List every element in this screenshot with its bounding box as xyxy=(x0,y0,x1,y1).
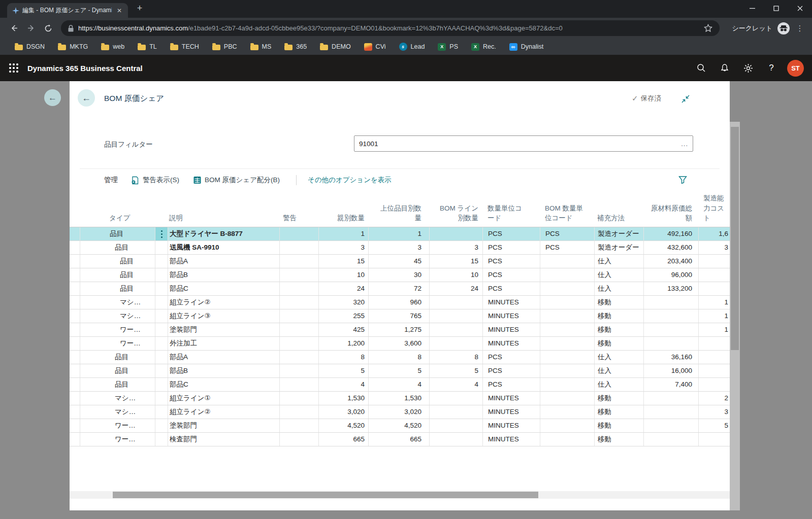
bookmark-star-icon[interactable] xyxy=(704,24,712,32)
bookmark-item[interactable]: X PS xyxy=(431,41,465,53)
browser-menu-icon[interactable]: ⋮ xyxy=(796,24,804,33)
bookmark-item[interactable]: ∞ Dynalist xyxy=(503,41,550,53)
bookmark-item[interactable]: web xyxy=(94,41,131,53)
header-replenishment[interactable]: 補充方法 xyxy=(594,213,643,227)
window-minimize-button[interactable] xyxy=(740,0,764,16)
url-host: https://businesscentral.dynamics.com xyxy=(78,24,188,32)
table-row[interactable]: 品目 大型ドライヤー B-8877 1 1 PCS PCS 製造オーダー 492… xyxy=(70,227,730,241)
forward-icon[interactable] xyxy=(24,21,38,36)
cell-material-cost-total: 203,400 xyxy=(643,255,698,268)
bookmark-item[interactable]: DEMO xyxy=(313,41,358,53)
table-row[interactable]: 品目 部品C 4 4 4 PCS 仕入 7,400 xyxy=(70,378,730,392)
vertical-scrollbar[interactable] xyxy=(730,122,740,510)
table-row[interactable]: マシンセンター 組立ライン② 3,020 3,020 MINUTES 移動 3 xyxy=(70,405,730,419)
distribute-cost-share-button[interactable]: BOM 原価シェア配分(B) xyxy=(193,176,280,185)
header-capacity-cost[interactable]: 製造能力コスト xyxy=(698,193,730,227)
cell-uom-code: MINUTES xyxy=(482,323,540,336)
cell-qty-per-bom-line xyxy=(429,433,482,446)
cell-material-cost-total xyxy=(643,323,698,336)
bookmark-item[interactable]: TECH xyxy=(164,41,206,53)
bookmark-label: CVi xyxy=(376,43,386,50)
table-row[interactable]: 品目 部品A 8 8 8 PCS 仕入 36,160 xyxy=(70,351,730,364)
collapse-icon[interactable] xyxy=(681,94,690,103)
more-options-button[interactable]: その他のオプションを表示 xyxy=(308,176,392,185)
table-row[interactable]: ワークセンター 外注加工 1,200 3,600 MINUTES 移動 xyxy=(70,337,730,351)
window-close-button[interactable] xyxy=(788,0,812,16)
header-qty-per-parent[interactable]: 親別数量 xyxy=(318,213,368,227)
header-material-cost-total[interactable]: 原材料原価総 額 xyxy=(643,203,698,227)
url-path: /e1bade91-c2b7-4a9d-adcd-05cbbee95e33/?c… xyxy=(188,24,563,32)
horizontal-scrollbar-thumb[interactable] xyxy=(113,492,538,498)
bookmark-item[interactable]: X Rec. xyxy=(465,41,503,53)
cell-type: ワークセンター xyxy=(80,433,155,446)
table-row[interactable]: 品目 部品C 24 72 24 PCS 仕入 133,200 xyxy=(70,282,730,296)
notifications-bell-icon[interactable] xyxy=(713,56,736,80)
table-row[interactable]: ワークセンター 塗装部門 4,520 4,520 MINUTES 移動 5 xyxy=(70,419,730,433)
bookmark-item[interactable]: MS xyxy=(244,41,278,53)
table-row[interactable]: ワークセンター 検査部門 665 665 MINUTES 移動 xyxy=(70,433,730,446)
bookmark-item[interactable]: DSGN xyxy=(8,41,51,53)
app-launcher-icon[interactable] xyxy=(8,62,19,74)
header-uom-code[interactable]: 数量単位コ ード xyxy=(482,203,540,227)
vertical-scrollbar-thumb[interactable] xyxy=(731,127,739,350)
bookmark-item[interactable]: 365 xyxy=(278,41,313,53)
bookmark-icon xyxy=(212,45,220,50)
horizontal-scrollbar[interactable] xyxy=(70,491,730,499)
help-icon[interactable]: ? xyxy=(760,56,783,80)
cell-bom-uom-code xyxy=(540,364,594,377)
cell-material-cost-total xyxy=(643,419,698,432)
cell-description: 塗装部門 xyxy=(168,419,279,432)
reload-icon[interactable] xyxy=(41,21,55,36)
bookmark-item[interactable]: s Lead xyxy=(393,41,432,53)
cell-uom-code: PCS xyxy=(482,282,540,295)
table-row[interactable]: 品目 送風機 SA-9910 3 3 3 PCS PCS 製造オーダー 432,… xyxy=(70,241,730,255)
bookmark-icon xyxy=(101,45,109,50)
row-menu-button[interactable] xyxy=(155,227,168,240)
cell-uom-code: PCS xyxy=(482,351,540,364)
cell-warning xyxy=(279,392,318,405)
filter-funnel-icon[interactable] xyxy=(678,176,687,184)
cell-capacity-cost: 1 xyxy=(698,309,730,323)
header-warning[interactable]: 警告 xyxy=(279,213,318,227)
cell-type: 品目 xyxy=(80,268,155,282)
bookmark-item[interactable]: MKTG xyxy=(51,41,94,53)
settings-gear-icon[interactable] xyxy=(736,56,760,80)
show-warnings-button[interactable]: 警告表示(S) xyxy=(131,176,179,185)
lock-icon xyxy=(68,25,74,32)
page-back-button[interactable]: ← xyxy=(78,89,95,107)
header-bom-uom-code[interactable]: BOM 数量単 位コード xyxy=(540,203,594,227)
table-row[interactable]: ワークセンター 塗装部門 425 1,275 MINUTES 移動 1 xyxy=(70,323,730,337)
back-icon[interactable] xyxy=(7,21,21,36)
address-bar[interactable]: https://businesscentral.dynamics.com/e1b… xyxy=(61,20,720,36)
header-type[interactable]: タイプ xyxy=(80,213,155,227)
bookmark-item[interactable]: PBC xyxy=(206,41,244,53)
header-description[interactable]: 説明 xyxy=(168,213,279,227)
table-row[interactable]: マシンセンター 組立ライン③ 255 765 MINUTES 移動 1 xyxy=(70,309,730,323)
table-row[interactable]: マシンセンター 組立ライン② 320 960 MINUTES 移動 1 xyxy=(70,296,730,309)
header-qty-per-bom-line[interactable]: BOM ライン 別数量 xyxy=(429,203,482,227)
cell-bom-uom-code xyxy=(540,255,594,268)
cell-replenishment: 移動 xyxy=(594,419,643,432)
avatar[interactable]: ST xyxy=(787,60,804,77)
table-row[interactable]: 品目 部品B 10 30 10 PCS 仕入 96,000 xyxy=(70,268,730,282)
cell-qty-per-parent: 4,520 xyxy=(318,419,368,432)
new-tab-button[interactable]: + xyxy=(133,2,146,15)
table-row[interactable]: 品目 部品B 5 5 5 PCS 仕入 16,000 xyxy=(70,364,730,378)
window-maximize-button[interactable] xyxy=(764,0,788,16)
table-row[interactable]: 品目 部品A 15 45 15 PCS 仕入 203,400 xyxy=(70,255,730,268)
cell-material-cost-total: 96,000 xyxy=(643,268,698,282)
incognito-icon xyxy=(777,22,790,34)
cell-qty-per-parent: 320 xyxy=(318,296,368,309)
table-row[interactable]: マシンセンター 組立ライン① 1,530 1,530 MINUTES 移動 2 xyxy=(70,392,730,405)
assist-edit-button[interactable]: ... xyxy=(681,140,693,148)
item-filter-input[interactable]: 91001 ... xyxy=(354,135,693,152)
browser-tab[interactable]: 編集 - BOM 原価シェア - Dynamic ✕ xyxy=(7,3,128,18)
tab-close-icon[interactable]: ✕ xyxy=(115,6,124,15)
header-qty-per-top-item[interactable]: 上位品目別数 量 xyxy=(368,203,429,227)
manage-menu[interactable]: 管理 xyxy=(104,176,118,185)
cell-bom-uom-code xyxy=(540,309,594,323)
bookmark-item[interactable]: CVi xyxy=(358,41,393,53)
search-icon[interactable] xyxy=(690,56,713,80)
cell-uom-code: PCS xyxy=(482,241,540,254)
bookmark-item[interactable]: TL xyxy=(131,41,164,53)
